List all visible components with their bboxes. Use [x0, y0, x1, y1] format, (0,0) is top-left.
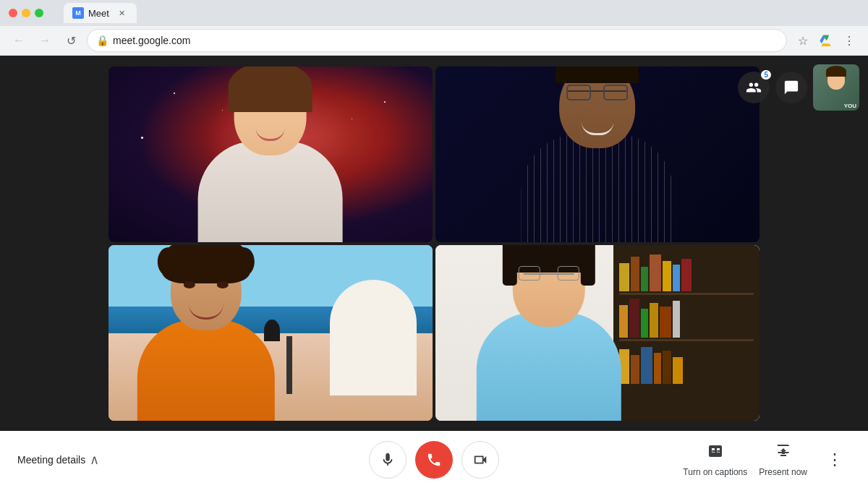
self-view: YOU — [813, 64, 859, 111]
person-2-torso — [522, 134, 673, 242]
forward-icon: → — [39, 34, 51, 47]
bookmark-btn[interactable]: ☆ — [793, 30, 813, 51]
shelf-3 — [619, 343, 754, 384]
participants-btn[interactable]: 5 — [738, 72, 770, 103]
person-3-smile — [188, 304, 223, 320]
person-4-hair-right — [581, 245, 595, 286]
arch — [330, 280, 417, 395]
person-3-torso — [137, 320, 274, 421]
person-3-head — [170, 251, 241, 330]
person-2-head — [559, 67, 635, 148]
person-4-glasses-right — [558, 266, 579, 281]
person-4-hair-left — [503, 245, 517, 286]
person-1-left-eye — [249, 105, 262, 108]
minimize-window-btn[interactable] — [22, 9, 30, 17]
person-4-head — [513, 246, 585, 327]
person-2-glasses-left — [566, 85, 591, 100]
back-button[interactable]: ← — [9, 30, 29, 51]
person-1-right-eye — [279, 105, 292, 108]
active-tab[interactable]: M Meet ✕ — [64, 3, 137, 23]
captions-label: Turn on captions — [683, 467, 747, 477]
meeting-details-label: Meeting details — [17, 454, 85, 466]
captions-icon — [707, 442, 724, 464]
present-now-control[interactable]: Present now — [759, 442, 807, 477]
maximize-window-btn[interactable] — [35, 9, 43, 17]
window-controls — [9, 9, 43, 17]
person-1-head — [234, 72, 307, 155]
top-right-controls: 5 YOU — [738, 64, 859, 111]
person-2-smile — [582, 122, 613, 135]
person-4-torso — [477, 312, 621, 421]
video-cell-1 — [109, 67, 433, 242]
tab-close-btn[interactable]: ✕ — [116, 7, 128, 19]
forward-button[interactable]: → — [35, 30, 55, 51]
browser-titlebar: M Meet ✕ — [0, 0, 868, 26]
person-1-smile — [256, 128, 285, 141]
tab-label: Meet — [88, 8, 109, 19]
tab-bar: M Meet ✕ — [55, 3, 137, 23]
video-area: 🍁 🍁 🍁 🍁 🍁 🍁 🍁 🍁 🍂 — [0, 56, 868, 431]
person-2-container — [460, 84, 736, 242]
more-options-icon: ⋮ — [827, 450, 843, 469]
refresh-button[interactable]: ↺ — [61, 30, 81, 51]
video-cell-2: 🍁 🍁 🍁 🍁 🍁 🍁 🍁 🍁 🍂 — [435, 67, 760, 242]
address-bar[interactable]: 🔒 meet.google.com — [87, 29, 787, 52]
close-window-btn[interactable] — [9, 9, 17, 17]
browser-toolbar: ← → ↺ 🔒 meet.google.com ☆ ⋮ — [0, 26, 868, 55]
end-call-btn[interactable] — [415, 441, 453, 479]
camera-btn[interactable] — [461, 441, 499, 479]
url-text: meet.google.com — [113, 35, 190, 46]
shelf-divider-2 — [619, 339, 754, 341]
lock-icon: 🔒 — [96, 35, 109, 46]
right-controls: Turn on captions Present now ⋮ — [683, 442, 851, 477]
tab-favicon: M — [72, 7, 84, 19]
more-options-btn[interactable]: ⋮ — [819, 444, 851, 476]
back-icon: ← — [13, 34, 25, 47]
person-4-body — [469, 245, 629, 421]
bottom-bar: Meeting details ∧ Turn on captions — [0, 431, 868, 488]
present-icon — [775, 442, 792, 464]
self-hair — [826, 66, 846, 77]
present-label: Present now — [759, 467, 807, 477]
browser-chrome: M Meet ✕ ← → ↺ 🔒 meet.google.com ☆ ⋮ — [0, 0, 868, 56]
toolbar-actions: ☆ ⋮ — [793, 30, 859, 51]
refresh-icon: ↺ — [67, 34, 76, 48]
self-head — [827, 69, 845, 90]
video-grid: 🍁 🍁 🍁 🍁 🍁 🍁 🍁 🍁 🍂 — [109, 67, 760, 421]
center-controls — [369, 441, 499, 479]
person-2-body — [503, 67, 692, 242]
person-1-torso — [198, 141, 343, 242]
person-1-container — [133, 84, 409, 242]
person-3-container — [116, 262, 294, 421]
person-3-hair-left — [157, 247, 179, 276]
person-3-body — [126, 245, 285, 421]
person-2-hair — [556, 67, 639, 83]
person-2-glasses-right — [603, 85, 628, 100]
captions-control[interactable]: Turn on captions — [683, 442, 747, 477]
person-1-hair — [229, 67, 312, 112]
shelf-1 — [619, 251, 754, 292]
video-cell-3 — [109, 245, 433, 421]
shelf-divider-1 — [619, 293, 754, 295]
shelf-2 — [619, 296, 754, 338]
person-3-right-eye — [216, 281, 228, 288]
self-label: YOU — [844, 103, 856, 109]
meeting-details[interactable]: Meeting details ∧ — [17, 452, 99, 468]
more-menu-btn[interactable]: ⋮ — [839, 30, 859, 51]
participant-count: 5 — [761, 70, 771, 80]
person-4-glasses-left — [519, 266, 540, 281]
person-3-hair-right — [232, 247, 254, 276]
microphone-btn[interactable] — [369, 441, 407, 479]
video-cell-4 — [435, 245, 760, 421]
person-1-body — [176, 67, 365, 242]
person-3-left-eye — [183, 281, 195, 288]
self-person — [822, 69, 851, 106]
meet-content: 🍁 🍁 🍁 🍁 🍁 🍁 🍁 🍁 🍂 — [0, 56, 868, 488]
chat-btn[interactable] — [775, 72, 807, 103]
google-drive-btn[interactable] — [816, 30, 836, 51]
person-4-container — [460, 262, 638, 421]
meeting-details-chevron-icon: ∧ — [90, 452, 99, 468]
